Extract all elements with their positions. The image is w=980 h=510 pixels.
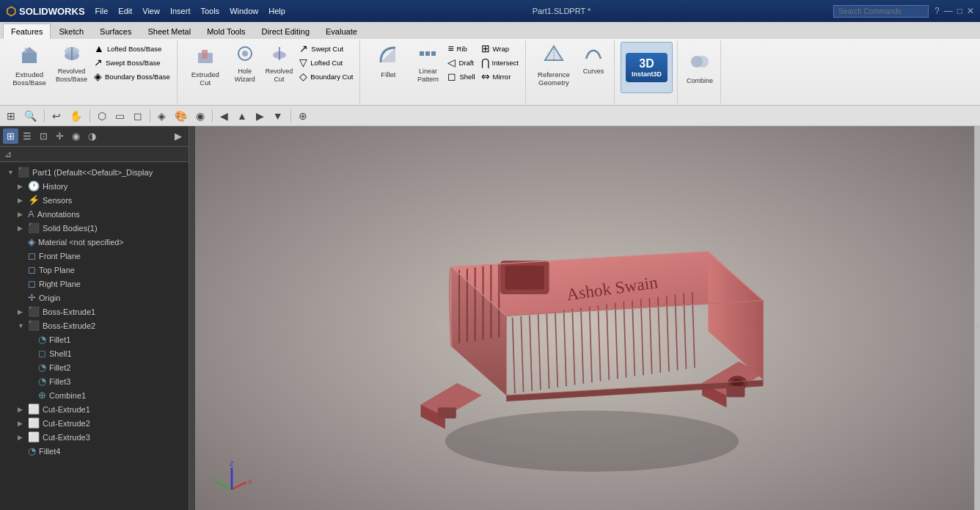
wrap-button[interactable]: ⊞ Wrap [479,42,521,55]
tree-item-fillet4[interactable]: ▶ ◔ Fillet4 [0,444,189,458]
menu-view[interactable]: View [138,5,164,17]
tree-item-cut-extrude3[interactable]: ▶ ⬜ Cut-Extrude3 [0,430,189,444]
revolved-boss-button[interactable]: RevolvedBoss/Base [53,42,90,86]
maximize-icon[interactable]: □ [957,6,962,16]
tree-item-combine1[interactable]: ▶ ⊕ Combine1 [0,388,189,402]
boundary-cut-button[interactable]: ◇ Boundary Cut [297,70,355,83]
tree-item-right-plane[interactable]: ▶ ◻ Right Plane [0,277,189,291]
fillet-button[interactable]: Fillet [366,42,410,81]
tab-features[interactable]: Features [3,23,51,39]
menu-bar: File Edit View Insert Tools Window Help [91,5,290,17]
tb2-section-view-button[interactable]: ▭ [111,109,128,123]
command-search-input[interactable] [833,5,929,18]
tab-sheet-metal[interactable]: Sheet Metal [139,23,199,39]
tab-direct-editing[interactable]: Direct Editing [254,23,318,39]
tb2-zoom-button[interactable]: 🔍 [21,109,40,123]
reference-geometry-button[interactable]: ReferenceGeometry [532,42,576,90]
menu-edit[interactable]: Edit [114,5,136,17]
tab-sketch[interactable]: Sketch [51,23,92,39]
swept-cut-button[interactable]: ↗ Swept Cut [297,42,355,55]
material-label: Material <not specified> [38,238,184,247]
tb2-hide-show-button[interactable]: ◈ [154,109,169,123]
tree-item-boss-extrude1[interactable]: ▶ ⬛ Boss-Extrude1 [0,305,189,318]
feature-tree[interactable]: ▼ ⬛ Part1 (Default<<Default>_Display ▶ 🕐… [0,162,189,510]
tb2-pan-button[interactable]: ✋ [66,109,86,123]
tree-item-origin[interactable]: ▶ ✛ Origin [0,291,189,305]
tree-item-top-plane[interactable]: ▶ ◻ Top Plane [0,263,189,277]
sidebar-property-manager-btn[interactable]: ☰ [19,128,35,144]
combine-button[interactable]: Combine [684,42,716,93]
tree-item-history[interactable]: ▶ 🕐 History [0,179,189,193]
tree-item-sensors[interactable]: ▶ ⚡ Sensors [0,193,189,207]
lofted-cut-button[interactable]: ▽ Lofted Cut [297,56,355,69]
sidebar-expand-btn[interactable]: ▶ [171,128,186,144]
svg-rect-12 [420,51,424,56]
tree-item-shell1[interactable]: ▶ ◻ Shell1 [0,346,189,360]
history-label: History [43,182,184,191]
revolved-cut-button[interactable]: RevolvedCut [263,42,296,86]
menu-help[interactable]: Help [264,5,290,17]
sw-logo-icon: ⬡ [6,4,16,18]
tab-evaluate[interactable]: Evaluate [318,23,365,39]
lofted-cut-label: Lofted Cut [310,59,343,67]
tree-item-fillet2[interactable]: ▶ ◔ Fillet2 [0,360,189,374]
sidebar-resize-handle[interactable] [189,126,195,510]
sidebar-appearance-btn[interactable]: ◉ [68,128,84,144]
viewport-right-handle[interactable]: ⋮ [974,126,980,510]
curves-icon [584,44,603,66]
tb2-down-arrow[interactable]: ▼ [269,109,287,123]
tree-item-annotations[interactable]: ▶ A Annotations [0,207,189,221]
mirror-button[interactable]: ⇔ Mirror [479,70,521,83]
tree-item-solid-bodies[interactable]: ▶ ⬛ Solid Bodies(1) [0,221,189,235]
tree-item-material[interactable]: ▶ ◈ Material <not specified> [0,235,189,249]
menu-tools[interactable]: Tools [196,5,224,17]
help-icon[interactable]: ? [935,6,940,16]
instant3d-button[interactable]: 3D Instant3D [621,42,673,93]
linear-pattern-button[interactable]: LinearPattern [412,42,444,86]
curves-button[interactable]: Curves [577,42,610,78]
lofted-boss-label: Lofted Boss/Base [107,45,161,53]
sidebar-config-manager-btn[interactable]: ⊡ [36,128,51,144]
tab-mold-tools[interactable]: Mold Tools [199,23,253,39]
close-icon[interactable]: ✕ [967,6,974,16]
sidebar-custom-props-btn[interactable]: ◑ [84,128,100,144]
tb2-appearance-button[interactable]: 🎨 [171,109,191,123]
tb2-normal-to-button[interactable]: ⊕ [295,109,311,123]
tb2-up-arrow[interactable]: ▲ [233,109,251,123]
tb2-view-orientation-button[interactable]: ⬡ [94,109,110,123]
shell-label: Shell [459,73,475,81]
tree-root-part[interactable]: ▼ ⬛ Part1 (Default<<Default>_Display [0,165,189,179]
swept-boss-button[interactable]: ↗ Swept Boss/Base [92,56,172,69]
tb2-left-arrow[interactable]: ◀ [216,109,232,123]
tree-item-fillet1[interactable]: ▶ ◔ Fillet1 [0,332,189,346]
intersect-button[interactable]: ⋂ Intersect [479,56,521,69]
draft-button[interactable]: ◁ Draft [445,56,477,69]
menu-file[interactable]: File [91,5,113,17]
menu-window[interactable]: Window [225,5,263,17]
minimize-icon[interactable]: — [944,6,953,16]
tb2-orient-button[interactable]: ⊞ [3,109,19,123]
tree-item-cut-extrude2[interactable]: ▶ ⬜ Cut-Extrude2 [0,416,189,430]
tb2-materials-button[interactable]: ◉ [192,109,208,123]
extruded-boss-button[interactable]: ExtrudedBoss/Base [7,42,51,90]
tree-item-fillet3[interactable]: ▶ ◔ Fillet3 [0,374,189,388]
tb2-right-arrow[interactable]: ▶ [252,109,268,123]
tb2-rotate-button[interactable]: ↩ [48,109,65,123]
tree-item-front-plane[interactable]: ▶ ◻ Front Plane [0,249,189,263]
curves-label: Curves [583,68,604,76]
tab-surfaces[interactable]: Surfaces [92,23,139,39]
sidebar-dim-manager-btn[interactable]: ✛ [52,128,67,144]
hole-wizard-button[interactable]: HoleWizard [229,42,261,86]
shell-button[interactable]: ◻ Shell [445,70,477,83]
3d-viewport[interactable]: Ashok Swain X Y Z [195,126,980,510]
tb2-display-style-button[interactable]: ◻ [130,109,146,123]
boundary-boss-button[interactable]: ◈ Boundary Boss/Base [92,70,172,83]
tree-item-boss-extrude2[interactable]: ▼ ⬛ Boss-Extrude2 [0,318,189,332]
menu-insert[interactable]: Insert [166,5,195,17]
extruded-cut-button[interactable]: ExtrudedCut [183,42,227,90]
material-icon: ◈ [28,236,35,247]
lofted-boss-button[interactable]: ▲ Lofted Boss/Base [92,42,172,55]
rib-button[interactable]: ≡ Rib [445,42,477,55]
tree-item-cut-extrude1[interactable]: ▶ ⬜ Cut-Extrude1 [0,402,189,416]
sidebar-feature-tree-btn[interactable]: ⊞ [3,128,18,144]
